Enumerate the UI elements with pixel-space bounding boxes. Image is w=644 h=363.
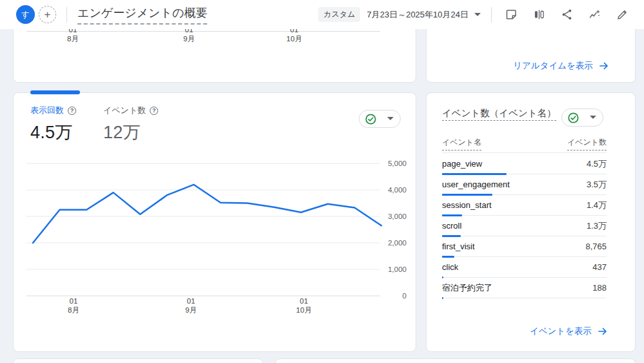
help-icon[interactable]: ?: [68, 107, 76, 115]
help-icon[interactable]: ?: [150, 107, 158, 115]
y-axis-label: 2,000: [388, 239, 407, 247]
check-circle-icon: [567, 112, 579, 124]
comparison-button[interactable]: [532, 8, 547, 22]
view-realtime-link[interactable]: リアルタイムを表示: [513, 60, 609, 72]
chevron-down-icon: [387, 117, 394, 121]
data-quality-button[interactable]: [561, 109, 603, 127]
note-icon: [505, 8, 518, 21]
view-events-link[interactable]: イベントを表示: [530, 326, 608, 337]
x-axis-label-month: 10月: [296, 306, 312, 314]
event-row: page_view4.5万: [442, 154, 607, 174]
insights-icon: [588, 8, 601, 21]
event-name: first_visit: [442, 242, 475, 251]
tab-event-count[interactable]: イベント数 ? 12万: [103, 105, 158, 144]
event-count: 1.4万: [587, 200, 607, 211]
event-name: user_engagement: [442, 180, 510, 189]
x-axis-label-month: 8月: [68, 306, 79, 314]
card-event-counts: イベント数（イベント名） イベント名 イベント数 page_view4.5万us…: [426, 92, 636, 352]
comparison-icon: [532, 8, 546, 21]
plus-icon: +: [45, 9, 51, 20]
tab-views-label: 表示回数: [30, 105, 64, 116]
event-count-bar: [442, 297, 443, 299]
event-row: first_visit8,765: [442, 236, 607, 257]
card-views-over-time: 表示回数 ? 4.5万 イベント数 ? 12万 01,000: [13, 92, 416, 352]
event-row: scroll1.3万: [442, 216, 607, 236]
account-avatar[interactable]: す: [16, 5, 35, 24]
x-axis-label-day: 01: [300, 297, 308, 305]
y-axis-label: 1,000: [388, 265, 407, 273]
y-axis-label: 5,000: [388, 160, 407, 167]
header-controls: カスタム 7月23日～2025年10月24日: [318, 7, 644, 23]
y-axis-label: 0: [403, 292, 407, 300]
share-icon: [560, 8, 574, 21]
event-name: page_view: [442, 159, 482, 169]
date-range-selector[interactable]: 7月23日～2025年10月24日: [367, 9, 468, 21]
event-count: 8,765: [585, 242, 607, 251]
event-count: 4.5万: [587, 158, 607, 170]
events-card-title: イベント数（イベント名）: [442, 107, 556, 119]
event-name: click: [442, 262, 458, 272]
add-comparison-button[interactable]: +: [39, 6, 56, 23]
selected-tab-indicator: [30, 90, 80, 94]
insights-button[interactable]: [588, 8, 602, 22]
page-title: エンゲージメントの概要: [77, 5, 207, 25]
share-button[interactable]: [560, 8, 574, 22]
avatar-initial: す: [21, 9, 30, 21]
event-name: scroll: [442, 221, 461, 231]
report-header: す + エンゲージメントの概要 カスタム 7月23日～2025年10月24日: [0, 0, 644, 29]
edit-pencil-icon: [616, 8, 629, 21]
metric-tabs: 表示回数 ? 4.5万 イベント数 ? 12万: [30, 105, 158, 144]
view-realtime-link-label: リアルタイムを表示: [513, 60, 593, 72]
x-axis-label-month: 9月: [185, 306, 197, 314]
check-circle-icon: [365, 113, 377, 125]
column-event-name[interactable]: イベント名: [442, 137, 481, 150]
event-count: 1.3万: [587, 220, 607, 232]
arrow-forward-icon: [598, 326, 608, 337]
events-table-header: イベント名 イベント数: [442, 134, 607, 153]
column-event-count[interactable]: イベント数: [567, 137, 607, 150]
event-count: 188: [592, 283, 607, 293]
x-axis-label-day: 01: [187, 297, 196, 305]
event-name: session_start: [442, 200, 492, 210]
header-divider: [66, 7, 67, 23]
ga-engagement-overview-page: 018月019月0110月 リアルタイムを表示 す + エンゲージメントの概要 …: [0, 0, 644, 363]
tab-views-value: 4.5万: [30, 121, 76, 144]
chevron-down-icon[interactable]: [474, 13, 481, 17]
view-events-link-label: イベントを表示: [530, 326, 592, 337]
event-count: 3.5万: [587, 179, 607, 191]
data-quality-button[interactable]: [359, 110, 401, 128]
notes-button[interactable]: [505, 8, 519, 22]
event-name: 宿泊予約完了: [442, 282, 492, 294]
events-table-body: page_view4.5万user_engagement3.5万session_…: [442, 154, 607, 298]
event-row: session_start1.4万: [442, 195, 607, 216]
chevron-down-icon: [590, 116, 596, 119]
tab-event-count-label: イベント数: [103, 105, 146, 116]
views-series-line: [33, 185, 381, 243]
header-divider: [491, 7, 492, 23]
y-axis-label: 4,000: [388, 186, 407, 194]
card-partial-bottom-right: [275, 358, 636, 363]
arrow-forward-icon: [599, 61, 609, 71]
x-axis-label-day: 01: [70, 297, 78, 305]
event-row: click437: [442, 257, 607, 278]
event-row: 宿泊予約完了188: [442, 278, 607, 298]
date-mode-badge: カスタム: [318, 7, 360, 22]
tab-views[interactable]: 表示回数 ? 4.5万: [30, 105, 76, 144]
event-count: 437: [592, 262, 607, 272]
y-axis-label: 3,000: [388, 213, 407, 220]
tab-event-count-value: 12万: [103, 121, 158, 144]
event-row: user_engagement3.5万: [442, 174, 607, 195]
card-partial-bottom-left: [13, 358, 263, 363]
edit-button[interactable]: [616, 8, 630, 22]
